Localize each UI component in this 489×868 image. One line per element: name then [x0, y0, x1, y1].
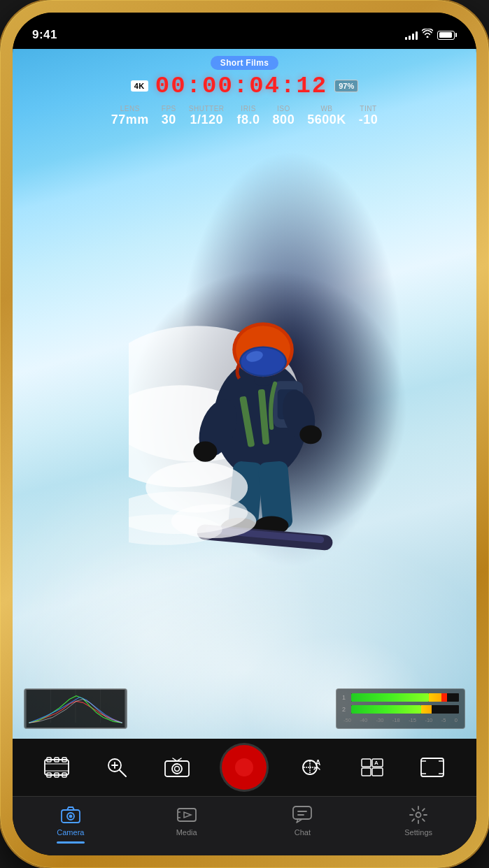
svg-point-21	[241, 348, 285, 375]
camera-tab-label: Camera	[57, 828, 84, 837]
svg-point-70	[416, 813, 421, 818]
screen: 9:41	[13, 13, 476, 855]
battery-icon	[437, 31, 457, 40]
camera-tab-icon	[61, 805, 80, 825]
tab-media[interactable]: Media	[159, 805, 215, 837]
zoom-button[interactable]	[101, 752, 132, 783]
media-tab-icon	[177, 805, 197, 825]
svg-rect-51	[362, 768, 371, 776]
svg-marker-64	[184, 812, 191, 818]
toolbar: A A	[13, 739, 476, 796]
wifi-icon	[422, 29, 433, 40]
svg-text:A: A	[374, 760, 378, 766]
svg-point-47	[175, 767, 180, 772]
status-time: 9:41	[32, 28, 57, 42]
svg-rect-50	[362, 759, 371, 767]
svg-point-46	[172, 764, 182, 774]
svg-rect-53	[372, 768, 383, 776]
camera-tab-indicator	[57, 841, 85, 844]
focus-auto-button[interactable]: A	[357, 752, 388, 783]
film-roll-button[interactable]	[41, 752, 72, 783]
svg-point-8	[193, 442, 217, 462]
exposure-auto-button[interactable]: A	[297, 752, 327, 783]
tab-camera[interactable]: Camera	[43, 805, 99, 844]
signal-bars-icon	[405, 31, 418, 40]
svg-point-10	[299, 425, 322, 444]
chat-tab-icon	[292, 805, 312, 825]
svg-rect-63	[178, 809, 196, 821]
tab-chat[interactable]: Chat	[274, 805, 330, 837]
tab-settings[interactable]: Settings	[390, 805, 446, 837]
record-inner	[235, 758, 253, 776]
camera-flip-button[interactable]	[162, 752, 192, 783]
settings-tab-icon	[409, 805, 428, 825]
svg-text:A: A	[316, 759, 320, 767]
dynamic-island	[203, 22, 287, 46]
settings-tab-label: Settings	[404, 828, 432, 837]
snowboarder-figure	[129, 152, 384, 635]
record-button[interactable]	[222, 745, 267, 790]
viewfinder[interactable]: Short Films 4K 00:00:04:12 97% LENS 77mm…	[13, 49, 476, 739]
tab-bar: Camera Media	[13, 796, 476, 855]
svg-line-42	[120, 770, 126, 776]
status-bar: 9:41	[13, 13, 476, 49]
phone-frame: 9:41	[0, 0, 489, 868]
svg-point-62	[69, 815, 72, 818]
chat-tab-label: Chat	[295, 828, 311, 837]
frame-guide-button[interactable]	[417, 752, 448, 783]
status-icons	[405, 30, 457, 40]
media-tab-label: Media	[176, 828, 197, 837]
svg-rect-67	[293, 806, 311, 819]
